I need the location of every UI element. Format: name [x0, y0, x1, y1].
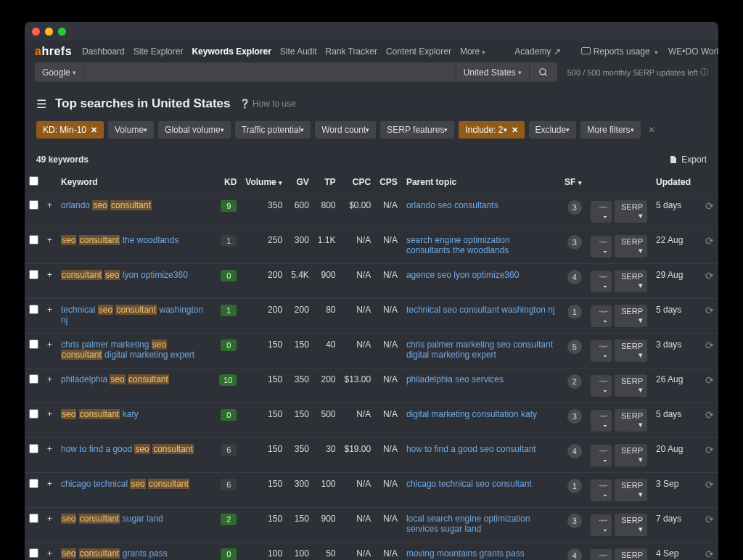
col-tp[interactable]: TP	[313, 170, 340, 194]
export-button[interactable]: Export	[669, 155, 707, 165]
nav-workspace[interactable]: WE•DO Workspace	[668, 46, 718, 57]
serp-button[interactable]: SERP ▾	[615, 339, 647, 362]
keyword-cell[interactable]: philadelphia seo consultant	[57, 368, 215, 403]
nav-site-audit[interactable]: Site Audit	[280, 46, 317, 57]
filter-global-volume[interactable]: Global volume ▾	[158, 121, 231, 139]
parent-topic-cell[interactable]: agence seo lyon optimize360	[402, 264, 560, 299]
refresh-icon[interactable]: ⟳	[705, 339, 714, 351]
trend-button[interactable]: 〰 ▾	[591, 305, 612, 327]
refresh-icon[interactable]: ⟳	[705, 235, 714, 247]
trend-button[interactable]: 〰 ▾	[591, 549, 612, 561]
serp-button[interactable]: SERP ▾	[615, 235, 647, 258]
how-to-use-link[interactable]: ❔ How to use	[239, 99, 296, 109]
sf-badge[interactable]: 4	[567, 444, 582, 458]
nav-more[interactable]: More	[460, 46, 485, 57]
sf-badge[interactable]: 4	[567, 270, 582, 284]
trend-button[interactable]: 〰 ▾	[591, 271, 612, 292]
close-window-icon[interactable]	[32, 28, 40, 36]
filter-volume[interactable]: Volume ▾	[108, 121, 154, 139]
nav-rank-tracker[interactable]: Rank Tracker	[326, 46, 377, 57]
parent-topic-cell[interactable]: digital marketing consultation katy	[402, 403, 560, 438]
col-keyword[interactable]: Keyword	[57, 170, 215, 194]
refresh-icon[interactable]: ⟳	[705, 200, 714, 212]
col-cpc[interactable]: CPC	[340, 170, 376, 194]
serp-button[interactable]: SERP ▾	[615, 409, 647, 432]
expand-row-icon[interactable]: +	[43, 473, 57, 508]
serp-button[interactable]: SERP ▾	[615, 305, 647, 327]
filter-more-filters[interactable]: More filters ▾	[580, 121, 640, 139]
expand-row-icon[interactable]: +	[43, 264, 57, 299]
expand-row-icon[interactable]: +	[43, 334, 57, 368]
sf-badge[interactable]: 4	[567, 548, 582, 560]
nav-academy[interactable]: Academy ↗	[514, 46, 560, 57]
nav-keywords-explorer[interactable]: Keywords Explorer	[192, 46, 271, 57]
serp-button[interactable]: SERP ▾	[615, 270, 647, 292]
trend-button[interactable]: 〰 ▾	[591, 375, 612, 397]
maximize-window-icon[interactable]	[58, 28, 66, 36]
keyword-cell[interactable]: technical seo consultant washington nj	[57, 299, 215, 334]
country-selector[interactable]: United States	[456, 62, 529, 82]
row-checkbox[interactable]	[29, 339, 38, 349]
help-icon[interactable]: ⓘ	[700, 67, 708, 78]
trend-button[interactable]: 〰 ▾	[591, 479, 612, 501]
serp-button[interactable]: SERP ▾	[615, 374, 647, 397]
nav-reports[interactable]: Reports usage	[581, 46, 658, 57]
serp-button[interactable]: SERP ▾	[615, 548, 647, 560]
clear-filters-icon[interactable]: ✕	[645, 122, 658, 138]
expand-row-icon[interactable]: +	[43, 229, 57, 264]
keyword-cell[interactable]: chicago technical seo consultant	[57, 473, 215, 508]
filter-word-count[interactable]: Word count ▾	[315, 121, 376, 139]
filter-traffic-potential[interactable]: Traffic potential ▾	[235, 121, 311, 139]
filter-exclude[interactable]: Exclude ▾	[529, 121, 577, 139]
row-checkbox[interactable]	[29, 479, 38, 488]
row-checkbox[interactable]	[29, 514, 38, 523]
row-checkbox[interactable]	[29, 548, 38, 558]
row-checkbox[interactable]	[29, 305, 38, 314]
trend-button[interactable]: 〰 ▾	[591, 201, 612, 223]
trend-button[interactable]: 〰 ▾	[591, 514, 612, 536]
menu-icon[interactable]: ☰	[36, 97, 46, 111]
col-sf[interactable]: SF ▾	[560, 170, 586, 194]
sf-badge[interactable]: 1	[567, 479, 582, 493]
keyword-cell[interactable]: how to find a good seo consultant	[57, 438, 215, 473]
refresh-icon[interactable]: ⟳	[705, 409, 714, 421]
engine-selector[interactable]: Google	[35, 62, 83, 82]
nav-dashboard[interactable]: Dashboard	[82, 46, 125, 57]
filter-serp-features[interactable]: SERP features ▾	[380, 121, 454, 139]
sf-badge[interactable]: 1	[567, 305, 582, 319]
parent-topic-cell[interactable]: technical seo consultant washington nj	[402, 299, 560, 334]
close-icon[interactable]: ✕	[512, 125, 518, 135]
keyword-cell[interactable]: seo consultant katy	[57, 403, 215, 438]
keyword-cell[interactable]: seo consultant grants pass	[57, 543, 215, 561]
expand-row-icon[interactable]: +	[43, 543, 57, 561]
parent-topic-cell[interactable]: chris palmer marketing seo consultant di…	[402, 334, 560, 368]
col-cps[interactable]: CPS	[375, 170, 402, 194]
parent-topic-cell[interactable]: search engine optimization consultants t…	[402, 229, 560, 264]
col-volume[interactable]: Volume ▾	[241, 170, 287, 194]
expand-row-icon[interactable]: +	[43, 508, 57, 543]
nav-site-explorer[interactable]: Site Explorer	[134, 46, 184, 57]
parent-topic-cell[interactable]: how to find a good seo consultant	[402, 438, 560, 473]
trend-button[interactable]: 〰 ▾	[591, 410, 612, 432]
trend-button[interactable]: 〰 ▾	[591, 236, 612, 258]
refresh-icon[interactable]: ⟳	[705, 305, 714, 316]
filter-include-2[interactable]: Include: 2 ▾✕	[459, 121, 524, 139]
sf-badge[interactable]: 3	[567, 409, 582, 424]
trend-button[interactable]: 〰 ▾	[591, 340, 612, 362]
parent-topic-cell[interactable]: moving mountains grants pass	[402, 543, 560, 561]
sf-badge[interactable]: 2	[567, 374, 582, 389]
sf-badge[interactable]: 5	[567, 339, 582, 354]
serp-button[interactable]: SERP ▾	[615, 514, 647, 536]
sf-badge[interactable]: 3	[567, 514, 582, 528]
expand-row-icon[interactable]: +	[43, 194, 57, 229]
serp-button[interactable]: SERP ▾	[615, 479, 647, 501]
search-input[interactable]	[84, 62, 456, 82]
keyword-cell[interactable]: seo consultant sugar land	[57, 508, 215, 543]
refresh-icon[interactable]: ⟳	[705, 270, 714, 281]
sf-badge[interactable]: 3	[567, 200, 582, 215]
row-checkbox[interactable]	[29, 409, 38, 419]
sf-badge[interactable]: 3	[567, 235, 582, 250]
keyword-cell[interactable]: chris palmer marketing seo consultant di…	[57, 334, 215, 368]
expand-row-icon[interactable]: +	[43, 299, 57, 334]
row-checkbox[interactable]	[29, 200, 38, 210]
